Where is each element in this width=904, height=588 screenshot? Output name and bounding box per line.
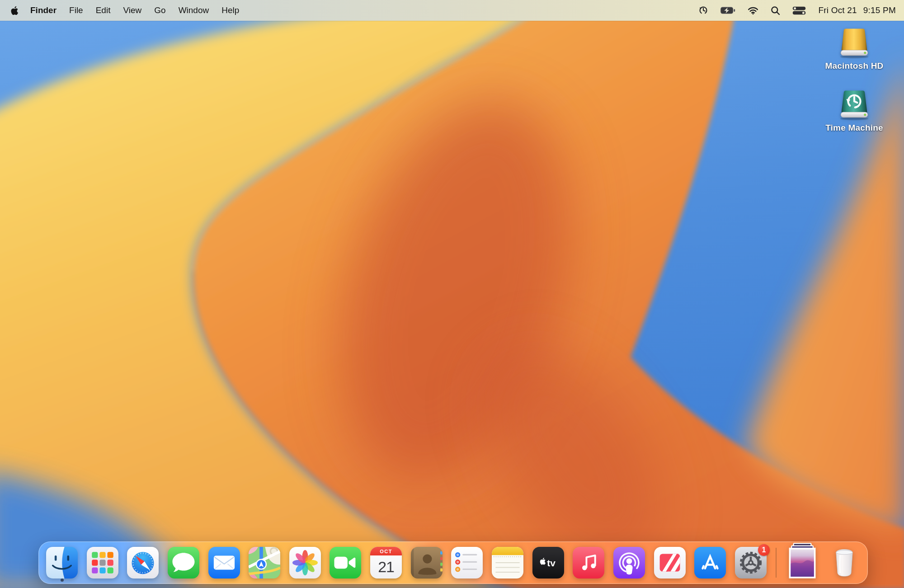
contacts-icon — [411, 547, 443, 579]
safari-icon — [127, 547, 159, 579]
dock: OCT 21 — [38, 541, 868, 584]
dock-notes[interactable] — [492, 547, 523, 579]
reminders-icon — [451, 547, 483, 579]
dock-reminders[interactable] — [451, 547, 483, 579]
menu-item-finder[interactable]: Finder — [24, 0, 63, 21]
battery-charging-icon[interactable] — [720, 7, 735, 14]
menu-item-window[interactable]: Window — [172, 0, 216, 21]
podcasts-icon — [613, 547, 645, 579]
desktop-icon-label: Time Machine — [825, 123, 883, 133]
wifi-icon[interactable] — [748, 6, 758, 15]
dock-podcasts[interactable] — [613, 547, 645, 579]
dock-contacts[interactable] — [411, 547, 443, 579]
menu-item-view[interactable]: View — [117, 0, 148, 21]
photos-icon — [289, 547, 321, 579]
dock-maps[interactable] — [249, 547, 280, 579]
desktop-icon-label: Macintosh HD — [825, 61, 883, 71]
calendar-icon: OCT 21 — [370, 547, 402, 579]
dock-music[interactable] — [573, 547, 604, 579]
menu-bar: Finder File Edit View Go Window Help — [0, 0, 904, 21]
apple-menu[interactable] — [8, 0, 24, 21]
spotlight-search-icon[interactable] — [771, 6, 780, 15]
control-center-icon[interactable] — [792, 6, 806, 15]
dock-system-settings[interactable]: 1 — [735, 547, 767, 579]
menu-bar-clock[interactable]: Fri Oct 21 9:15 PM — [818, 5, 896, 15]
apple-tv-icon: tv — [532, 547, 564, 579]
dock-news[interactable] — [654, 547, 686, 579]
tv-logo-text: tv — [547, 558, 556, 568]
dock-calendar[interactable]: OCT 21 — [370, 547, 402, 579]
dock-trash[interactable] — [829, 547, 860, 579]
music-icon — [573, 547, 604, 579]
desktop-icon-area: Macintosh HD Time Machine — [815, 27, 894, 133]
messages-icon — [168, 547, 199, 579]
maps-icon — [249, 547, 280, 579]
dock-stack[interactable] — [785, 543, 819, 580]
menu-item-edit[interactable]: Edit — [89, 0, 117, 21]
desktop-icon-macintosh-hd[interactable]: Macintosh HD — [815, 27, 894, 71]
dock-facetime[interactable] — [330, 547, 361, 579]
dock-photos[interactable] — [289, 547, 321, 579]
launchpad-icon — [87, 547, 118, 579]
menu-bar-left: Finder File Edit View Go Window Help — [8, 0, 245, 21]
news-icon — [654, 547, 686, 579]
dock-messages[interactable] — [168, 547, 199, 579]
finder-icon — [46, 547, 78, 579]
dock-safari[interactable] — [127, 547, 159, 579]
image-stack-icon — [785, 543, 819, 580]
mail-icon — [208, 547, 240, 579]
time-machine-menu-icon[interactable] — [698, 5, 708, 15]
calendar-day: 21 — [370, 555, 402, 579]
dock-mail[interactable] — [208, 547, 240, 579]
settings-notification-badge: 1 — [758, 544, 770, 556]
facetime-icon — [330, 547, 361, 579]
app-store-icon — [694, 547, 726, 579]
dock-separator — [776, 548, 777, 578]
time-machine-drive-icon — [836, 89, 873, 121]
notes-icon — [492, 547, 523, 579]
dock-finder[interactable] — [46, 547, 78, 579]
menu-item-file[interactable]: File — [63, 0, 89, 21]
trash-icon — [829, 547, 860, 579]
apple-logo-icon — [10, 5, 19, 16]
macos-desktop: { "menu_bar": { "apple_icon": "apple-log… — [0, 0, 904, 588]
menu-bar-date: Fri Oct 21 — [818, 5, 857, 15]
external-drive-gold-icon — [836, 27, 873, 59]
dock-app-store[interactable] — [694, 547, 726, 579]
menu-item-help[interactable]: Help — [215, 0, 245, 21]
finder-running-indicator — [61, 579, 64, 582]
menu-bar-time: 9:15 PM — [863, 5, 896, 15]
dock-launchpad[interactable] — [87, 547, 118, 579]
menu-bar-status-area: Fri Oct 21 9:15 PM — [698, 5, 896, 15]
desktop-icon-time-machine[interactable]: Time Machine — [815, 89, 894, 133]
ventura-wallpaper — [0, 0, 904, 588]
dock-tv[interactable]: tv — [532, 547, 564, 579]
calendar-month: OCT — [370, 547, 402, 555]
menu-item-go[interactable]: Go — [148, 0, 172, 21]
